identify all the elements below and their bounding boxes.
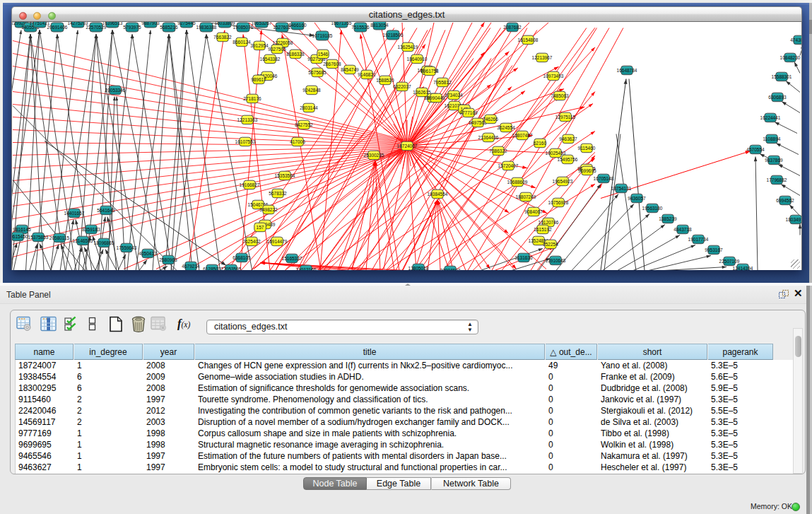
svg-text:7515526: 7515526 xyxy=(351,25,370,30)
svg-text:22570529: 22570529 xyxy=(86,25,107,30)
svg-text:8454749: 8454749 xyxy=(341,67,359,72)
svg-text:3498222: 3498222 xyxy=(259,207,278,212)
svg-text:3912954: 3912954 xyxy=(250,43,269,48)
svg-text:19166827: 19166827 xyxy=(240,182,260,187)
svg-text:21364436: 21364436 xyxy=(478,135,499,140)
svg-text:13625419: 13625419 xyxy=(398,45,418,49)
svg-text:3624554: 3624554 xyxy=(497,125,515,130)
svg-text:2087682: 2087682 xyxy=(503,25,522,30)
svg-text:17796882: 17796882 xyxy=(767,177,787,182)
svg-text:10025453: 10025453 xyxy=(546,151,566,156)
svg-text:10719185: 10719185 xyxy=(312,33,333,38)
svg-text:16154808: 16154808 xyxy=(518,37,539,42)
svg-text:8660124: 8660124 xyxy=(233,40,251,45)
svg-text:6734024: 6734024 xyxy=(445,93,463,98)
svg-text:9699695: 9699695 xyxy=(578,168,596,173)
svg-text:4050413: 4050413 xyxy=(139,251,157,256)
svg-text:5641643: 5641643 xyxy=(97,208,115,213)
svg-text:12213967: 12213967 xyxy=(532,55,553,60)
svg-text:10688609: 10688609 xyxy=(507,180,528,185)
svg-text:16543382: 16543382 xyxy=(260,57,281,62)
svg-text:15588301: 15588301 xyxy=(772,74,792,79)
svg-text:746266: 746266 xyxy=(483,117,498,122)
svg-text:4570554: 4570554 xyxy=(746,147,765,152)
svg-text:18807249: 18807249 xyxy=(516,194,536,199)
svg-text:12414394: 12414394 xyxy=(733,266,753,270)
svg-text:9887903: 9887903 xyxy=(141,22,160,25)
svg-text:1385239: 1385239 xyxy=(659,216,677,221)
svg-text:15353594: 15353594 xyxy=(275,173,295,178)
svg-text:252254: 252254 xyxy=(543,242,558,247)
svg-text:20053346: 20053346 xyxy=(105,88,126,93)
svg-text:19218506: 19218506 xyxy=(383,33,404,37)
svg-text:20994697: 20994697 xyxy=(440,268,461,270)
svg-text:13910648: 13910648 xyxy=(546,258,566,263)
svg-text:19563180: 19563180 xyxy=(642,206,663,211)
svg-text:1546: 1546 xyxy=(318,52,329,57)
svg-text:2803144: 2803144 xyxy=(300,105,318,110)
svg-text:13805018: 13805018 xyxy=(408,266,429,270)
svg-text:8186328: 8186328 xyxy=(286,52,305,57)
svg-text:4843718: 4843718 xyxy=(673,227,692,232)
svg-text:10756928: 10756928 xyxy=(548,200,569,205)
svg-text:7663822: 7663822 xyxy=(213,35,232,40)
svg-text:5685216: 5685216 xyxy=(160,25,178,30)
svg-text:10120746: 10120746 xyxy=(539,220,559,225)
svg-text:7386322: 7386322 xyxy=(489,148,507,153)
svg-text:9242848: 9242848 xyxy=(302,88,321,93)
svg-text:10653267: 10653267 xyxy=(252,22,272,25)
svg-text:16107553: 16107553 xyxy=(235,139,256,144)
svg-text:2718176: 2718176 xyxy=(243,96,261,101)
svg-text:989617: 989617 xyxy=(251,77,266,82)
svg-text:9146821: 9146821 xyxy=(358,72,376,77)
svg-text:12975115: 12975115 xyxy=(555,115,576,119)
svg-text:19017734: 19017734 xyxy=(688,237,709,242)
svg-text:8427552: 8427552 xyxy=(295,122,313,127)
svg-text:22053595: 22053595 xyxy=(221,267,242,270)
svg-text:16705148: 16705148 xyxy=(594,176,614,181)
svg-text:20615450: 20615450 xyxy=(12,234,28,239)
svg-text:1615192: 1615192 xyxy=(534,227,552,232)
svg-text:4679214: 4679214 xyxy=(182,264,200,269)
svg-text:6466160: 6466160 xyxy=(288,23,307,28)
svg-text:13146585: 13146585 xyxy=(73,238,93,243)
svg-text:8813054: 8813054 xyxy=(370,23,389,28)
svg-text:417006: 417006 xyxy=(290,139,305,144)
svg-text:22507109: 22507109 xyxy=(719,259,740,264)
svg-text:7625402: 7625402 xyxy=(242,239,261,244)
svg-text:5678332: 5678332 xyxy=(269,191,287,196)
svg-text:16224441: 16224441 xyxy=(760,115,781,120)
svg-text:2580963: 2580963 xyxy=(159,257,177,262)
svg-text:18640910: 18640910 xyxy=(407,57,428,62)
svg-text:15720407: 15720407 xyxy=(498,163,519,168)
svg-text:17559643: 17559643 xyxy=(117,245,137,250)
svg-text:16648784: 16648784 xyxy=(617,68,637,73)
svg-text:9115460: 9115460 xyxy=(578,146,596,151)
svg-text:19654923: 19654923 xyxy=(553,179,573,184)
svg-text:9327505: 9327505 xyxy=(268,47,286,52)
svg-text:14401657: 14401657 xyxy=(64,211,85,216)
svg-text:10848230: 10848230 xyxy=(780,55,801,60)
svg-text:8990448: 8990448 xyxy=(427,95,445,100)
svg-text:5793975: 5793975 xyxy=(123,25,141,30)
svg-text:21012166: 21012166 xyxy=(296,267,317,270)
svg-text:9953167: 9953167 xyxy=(705,247,723,252)
svg-text:6368105: 6368105 xyxy=(233,255,251,260)
svg-text:3131636: 3131636 xyxy=(514,255,533,260)
svg-text:12213363: 12213363 xyxy=(237,117,258,122)
svg-text:25300235: 25300235 xyxy=(364,153,384,158)
svg-text:6994562: 6994562 xyxy=(776,198,794,203)
svg-text:19384554: 19384554 xyxy=(428,192,448,197)
svg-text:9837869: 9837869 xyxy=(765,158,783,163)
svg-text:9275445: 9275445 xyxy=(177,22,196,25)
svg-text:13226058: 13226058 xyxy=(273,40,293,45)
svg-text:15495756: 15495756 xyxy=(558,157,578,162)
svg-text:18034970: 18034970 xyxy=(786,217,801,222)
svg-text:157: 157 xyxy=(257,225,264,230)
svg-text:9463627: 9463627 xyxy=(559,136,577,141)
svg-text:10807487: 10807487 xyxy=(512,133,533,138)
svg-text:5675685: 5675685 xyxy=(308,70,326,75)
svg-text:16033809: 16033809 xyxy=(215,22,235,25)
svg-text:6306893: 6306893 xyxy=(768,95,787,100)
svg-text:9816145: 9816145 xyxy=(13,227,31,232)
